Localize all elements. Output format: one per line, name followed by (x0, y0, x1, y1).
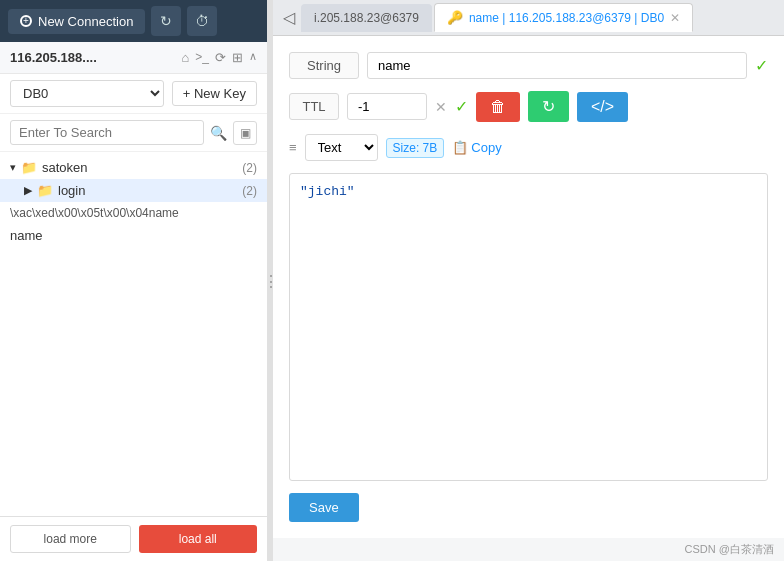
folder-icon: 📁 (21, 160, 37, 175)
key-field-row: String ✓ (289, 52, 768, 79)
search-row: 🔍 ▣ (0, 114, 267, 152)
clock-icon: ⏱ (195, 13, 209, 29)
ttl-input[interactable] (347, 93, 427, 120)
refresh-button[interactable]: ↻ (151, 6, 181, 36)
plus-dot-icon: + (20, 15, 32, 27)
db-select[interactable]: DB0DB1DB2DB3DB4DB5DB6DB7DB8DB9DB10DB11DB… (10, 80, 164, 107)
grid-icon[interactable]: ⊞ (232, 50, 243, 65)
home-icon[interactable]: ⌂ (181, 50, 189, 65)
terminal-icon[interactable]: >_ (195, 50, 209, 65)
item-label: name (10, 228, 43, 243)
sync-icon[interactable]: ⟳ (215, 50, 226, 65)
refresh-icon: ↻ (160, 13, 172, 29)
key-check-icon[interactable]: ✓ (755, 56, 768, 75)
ttl-clear-icon[interactable]: ✕ (435, 99, 447, 115)
new-connection-button[interactable]: + New Connection (8, 9, 145, 34)
load-all-label: load all (179, 532, 217, 546)
item-label: satoken (42, 160, 88, 175)
tree-item-name-key[interactable]: name (0, 224, 267, 247)
tree-item-login[interactable]: ▶ 📁 login (2) (0, 179, 267, 202)
search-input[interactable] (10, 120, 204, 145)
load-more-label: load more (44, 532, 97, 546)
format-select[interactable]: Text JSON HEX (305, 134, 378, 161)
search-icon: 🔍 (210, 125, 227, 141)
watermark: CSDN @白茶清酒 (273, 538, 784, 561)
db-row: DB0DB1DB2DB3DB4DB5DB6DB7DB8DB9DB10DB11DB… (0, 74, 267, 114)
item-count: (2) (242, 184, 257, 198)
chevron-icon[interactable]: ∧ (249, 50, 257, 65)
right-panel: ◁ i.205.188.23@6379 🔑 name | 116.205.188… (273, 0, 784, 561)
server-icons: ⌂ >_ ⟳ ⊞ ∧ (181, 50, 257, 65)
copy-icon: 📋 (452, 140, 468, 155)
tab-server[interactable]: i.205.188.23@6379 (301, 4, 432, 32)
watermark-text: CSDN @白茶清酒 (685, 543, 774, 555)
tab-server-label: i.205.188.23@6379 (314, 11, 419, 25)
delete-button[interactable]: 🗑 (476, 92, 520, 122)
filter-button[interactable]: ▣ (233, 121, 257, 145)
new-connection-label: New Connection (38, 14, 133, 29)
ttl-check-icon[interactable]: ✓ (455, 97, 468, 116)
arrow-icon: ▶ (24, 184, 32, 197)
panel-divider[interactable] (268, 0, 273, 561)
item-label: \xac\xed\x00\x05t\x00\x04name (10, 206, 179, 220)
ttl-label-text: TTL (302, 99, 325, 114)
tree-item-satoken[interactable]: ▾ 📁 satoken (2) (0, 156, 267, 179)
text-icon: ≡ (289, 140, 297, 155)
arrow-icon: ▾ (10, 161, 16, 174)
search-button[interactable]: 🔍 (210, 125, 227, 141)
key-type-badge: String (289, 52, 359, 79)
copy-label: Copy (471, 140, 501, 155)
tree-area: ▾ 📁 satoken (2) ▶ 📁 login (2) \xac\xed\x… (0, 152, 267, 516)
folder-icon: 📁 (37, 183, 53, 198)
new-key-label: + New Key (183, 86, 246, 101)
refresh-value-button[interactable]: ↻ (528, 91, 569, 122)
main-content: String ✓ TTL ✕ ✓ 🗑 ↻ </> ≡ Text JSON HEX (273, 36, 784, 538)
tab-prev-button[interactable]: ◁ (279, 4, 299, 31)
tabs-bar: ◁ i.205.188.23@6379 🔑 name | 116.205.188… (273, 0, 784, 36)
server-row: 116.205.188.... ⌂ >_ ⟳ ⊞ ∧ (0, 42, 267, 74)
tree-item-hex-key[interactable]: \xac\xed\x00\x05t\x00\x04name (0, 202, 267, 224)
load-all-button[interactable]: load all (139, 525, 258, 553)
item-label: login (58, 183, 85, 198)
key-type-label: String (307, 58, 341, 73)
ttl-label: TTL (289, 93, 339, 120)
tab-key-label: name | 116.205.188.23@6379 | DB0 (469, 11, 664, 25)
tab-close-icon[interactable]: ✕ (670, 11, 680, 25)
top-bar: + New Connection ↻ ⏱ (0, 0, 267, 42)
key-value-input[interactable] (367, 52, 747, 79)
load-more-button[interactable]: load more (10, 525, 131, 553)
copy-button[interactable]: 📋 Copy (452, 140, 501, 155)
save-button[interactable]: Save (289, 493, 359, 522)
save-label: Save (309, 500, 339, 515)
size-badge: Size: 7B (386, 138, 445, 158)
code-button[interactable]: </> (577, 92, 628, 122)
tab-key[interactable]: 🔑 name | 116.205.188.23@6379 | DB0 ✕ (434, 3, 693, 32)
bottom-buttons: load more load all (0, 516, 267, 561)
filter-icon: ▣ (240, 126, 251, 140)
left-panel: + New Connection ↻ ⏱ 116.205.188.... ⌂ >… (0, 0, 268, 561)
item-count: (2) (242, 161, 257, 175)
value-area-header: ≡ Text JSON HEX Size: 7B 📋 Copy (289, 134, 768, 161)
server-name: 116.205.188.... (10, 50, 175, 65)
new-key-button[interactable]: + New Key (172, 81, 257, 106)
ttl-row: TTL ✕ ✓ 🗑 ↻ </> (289, 91, 768, 122)
clock-button[interactable]: ⏱ (187, 6, 217, 36)
value-textarea[interactable] (289, 173, 768, 481)
tab-key-icon: 🔑 (447, 10, 463, 25)
